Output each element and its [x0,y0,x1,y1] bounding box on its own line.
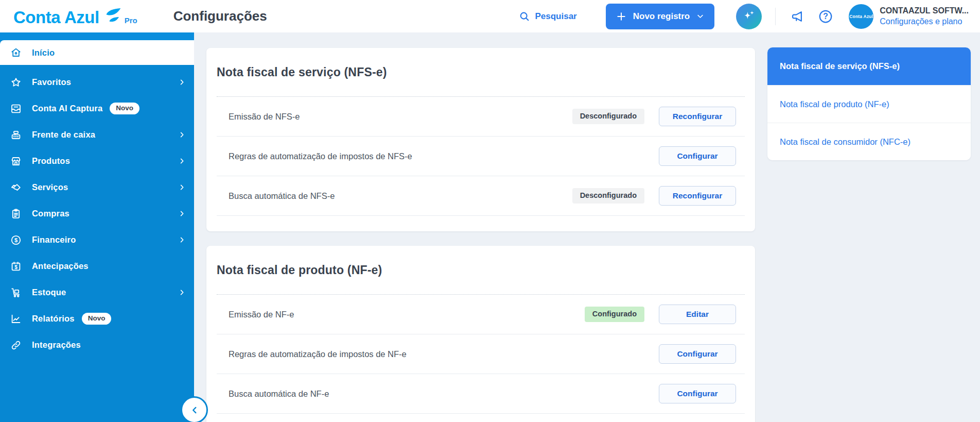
sidebar-item-label: Frente de caixa [32,130,95,140]
sidebar-item-produtos[interactable]: Produtos [0,148,194,174]
fiscal-note-nav: Nota fiscal de serviço (NFS-e)Nota fisca… [767,47,971,160]
page-title: Configurações [173,8,267,24]
settings-row: Emissão de NF-eConfiguradoEditar [217,295,745,334]
search-label: Pesquisar [535,11,576,22]
reconfigurar-button[interactable]: Reconfigurar [659,107,736,126]
logo-text-azul: Azul [64,9,99,26]
home-icon [10,46,22,59]
chevron-right-icon [178,210,186,217]
sidebar-item-label: Relatórios [32,314,75,324]
card-title: Nota fiscal de serviço (NFS-e) [217,65,745,79]
logo-text-conta: Conta [13,9,60,26]
setting-label: Busca automática de NFS-e [229,191,335,201]
handshake-icon [10,181,22,194]
status-badge: Desconfigurado [572,188,644,203]
setting-label: Busca automática de NF-e [229,389,329,399]
account-name: CONTAAZUL SOFTW... [880,6,969,15]
sidebar-item-label: Estoque [32,288,66,297]
megaphone-icon [790,9,806,24]
sidebar-item-label: Produtos [32,156,70,166]
contaazul-logo[interactable]: Conta Azul Pro [13,7,137,26]
logo-pro-label: Pro [125,16,137,25]
sparkle-icon [741,8,757,25]
reconfigurar-button[interactable]: Reconfigurar [659,186,736,206]
setting-label: Regras de automatização de impostos de N… [229,151,412,161]
chevron-right-icon [178,78,186,86]
configurar-button[interactable]: Configurar [659,344,736,364]
new-record-label: Novo registro [633,11,690,22]
sidebar-item-relatórios[interactable]: RelatóriosNovo [0,306,194,332]
fiscal-nav-item-2[interactable]: Nota fiscal de produto (NF-e) [767,85,971,123]
sidebar-item-label: Conta AI Captura [32,104,102,113]
avatar: Conta Azul [849,4,873,29]
top-header: Conta Azul Pro Configurações Pesquisar [0,0,980,32]
plus-icon [616,11,626,22]
ai-assistant-button[interactable] [736,4,762,29]
sidebar-top-strip [0,32,194,40]
card-title: Nota fiscal de produto (NF-e) [217,263,745,277]
settings-row: Regras de automatização de impostos de N… [217,334,745,374]
chevron-left-icon [189,404,200,416]
star-icon [10,76,22,89]
calendar-dollar-icon: $ [10,260,22,273]
account-menu[interactable]: Conta Azul CONTAAZUL SOFTW... Configuraç… [849,4,969,29]
settings-row: Emissão de NFS-eDesconfiguradoReconfigur… [217,97,745,137]
leaf-logo-icon [104,7,121,26]
sidebar-item-label: Integrações [32,340,81,350]
sidebar-item-label: Favoritos [32,77,71,87]
chevron-right-icon [178,183,186,191]
help-button[interactable]: ? [816,7,835,26]
sidebar-item-compras[interactable]: Compras [0,200,194,227]
cash-register-icon [10,129,22,141]
new-record-button[interactable]: Novo registro [606,4,715,29]
chevron-right-icon [178,289,186,296]
dollar-circle-icon: $ [10,234,22,246]
sidebar-item-favoritos[interactable]: Favoritos [0,69,194,95]
chevron-right-icon [178,236,186,244]
svg-text:$: $ [14,264,18,269]
configurar-button[interactable]: Configurar [659,384,736,403]
sidebar-item-label: Antecipações [32,261,89,271]
chevron-right-icon [178,131,186,139]
question-icon: ? [818,9,833,24]
sidebar-item-antecipações[interactable]: $Antecipações [0,253,194,279]
stock-dolly-icon [10,286,22,299]
sidebar-item-label: Início [32,48,55,58]
nfse-settings-card: Nota fiscal de serviço (NFS-e) Emissão d… [206,48,755,231]
inbox-capture-icon [10,103,22,115]
setting-label: Emissão de NFS-e [229,112,300,122]
settings-row: Regras de automatização de impostos de N… [217,137,745,176]
clipboard-icon [10,208,22,220]
chevron-right-icon [178,157,186,165]
sidebar-item-início[interactable]: Início [0,40,194,65]
sidebar-item-serviços[interactable]: Serviços [0,174,194,200]
account-settings-link[interactable]: Configurações e plano [880,17,969,26]
sidebar-item-frente-de-caixa[interactable]: Frente de caixa [0,122,194,148]
sidebar-item-label: Serviços [32,182,68,192]
announcements-button[interactable] [788,7,808,26]
header-divider [775,8,776,25]
fiscal-nav-item-1[interactable]: Nota fiscal de serviço (NFS-e) [767,47,971,85]
new-badge: Novo [110,103,139,114]
new-badge: Novo [82,313,112,325]
editar-button[interactable]: Editar [659,305,736,324]
sidebar-item-estoque[interactable]: Estoque [0,279,194,306]
settings-row: Busca automática de NFS-eDesconfiguradoR… [217,176,745,216]
sidebar-item-integrações[interactable]: Integrações [0,332,194,358]
sidebar-item-financeiro[interactable]: $Financeiro [0,227,194,253]
fiscal-nav-item-3[interactable]: Nota fiscal de consumidor (NFC-e) [767,123,971,160]
sidebar-collapse-button[interactable] [181,396,208,422]
svg-text:$: $ [14,237,18,243]
configurar-button[interactable]: Configurar [659,146,736,166]
status-badge: Desconfigurado [572,109,644,124]
search-icon [519,11,530,22]
sidebar-item-conta-ai-captura[interactable]: Conta AI CapturaNovo [0,95,194,122]
search-button[interactable]: Pesquisar [519,11,576,22]
nfe-settings-card: Nota fiscal de produto (NF-e) Emissão de… [206,246,755,422]
sidebar-item-label: Financeiro [32,235,76,245]
sidebar-item-label: Compras [32,209,69,218]
main-sidebar: InícioFavoritosConta AI CapturaNovoFrent… [0,32,194,422]
settings-row: Busca automática de NF-eConfigurar [217,374,745,414]
link-icon [10,339,22,351]
setting-label: Emissão de NF-e [229,310,294,319]
